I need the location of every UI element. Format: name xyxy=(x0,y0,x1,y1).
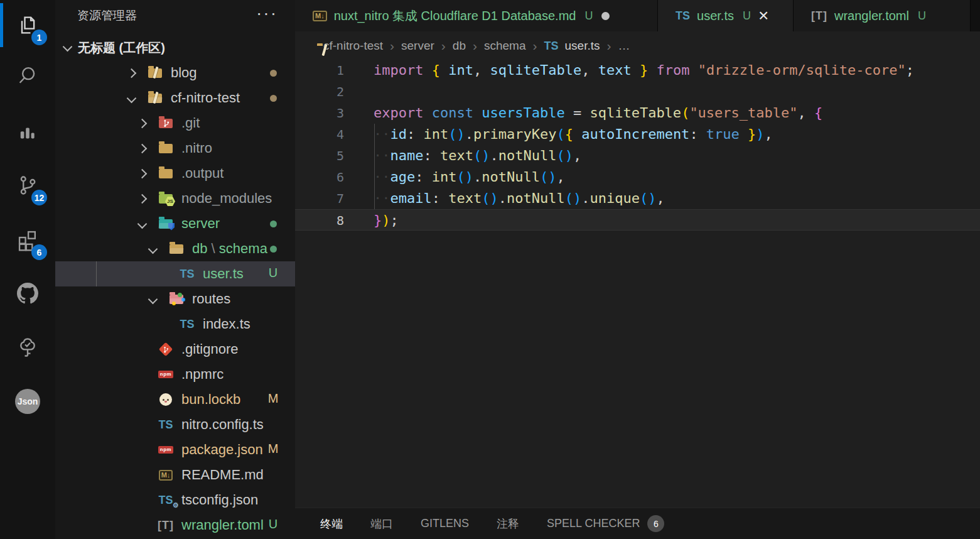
editor-group: M↓nuxt_nitro 集成 Cloudflare D1 Database.m… xyxy=(295,0,980,539)
activity-item-search[interactable] xyxy=(0,50,55,101)
git-folder-icon xyxy=(159,119,173,128)
tree-item-git[interactable]: .git xyxy=(55,111,295,136)
tree-item-label: package.json xyxy=(181,442,263,458)
tree-item-package-json[interactable]: npmpackage.jsonM xyxy=(55,437,295,462)
panel-tab-[interactable]: 注释 xyxy=(497,516,519,531)
tree-item-label: db \ schema xyxy=(192,241,267,257)
breadcrumb-item[interactable]: … xyxy=(618,39,630,53)
tree-item-node-modules[interactable]: JSnode_modules xyxy=(55,186,295,211)
workspace-section-header[interactable]: 无标题 (工作区) xyxy=(55,36,295,59)
tree-item-label: cf-nitro-test xyxy=(171,90,240,106)
tree-item-label: user.ts xyxy=(203,266,244,282)
tree-item-label: README.md xyxy=(181,467,264,483)
tree-item-label: server xyxy=(181,215,220,232)
git-status-letter: M xyxy=(265,442,281,456)
tree-item-cf-nitro-test[interactable]: cf-nitro-test xyxy=(55,85,295,111)
folder-open-icon xyxy=(148,94,162,103)
panel-tab-[interactable]: 终端 xyxy=(320,516,343,531)
tab-user-ts[interactable]: TSuser.tsU× xyxy=(658,0,794,31)
bottom-panel-tabs: 终端端口GITLENS注释SPELL CHECKER6 xyxy=(295,508,980,539)
panel-tab-[interactable]: 端口 xyxy=(370,516,393,531)
line-number: 7 xyxy=(295,188,344,209)
activity-item-chart[interactable] xyxy=(0,106,55,156)
tab-title: wrangler.toml xyxy=(834,9,909,23)
panel-tab-gitlens[interactable]: GITLENS xyxy=(421,517,469,530)
server-folder-icon xyxy=(159,219,173,229)
activity-item-json[interactable]: Json xyxy=(0,376,55,427)
breadcrumb-item[interactable]: cf-nitro-test xyxy=(323,39,383,53)
tree-item-tsconfig-json[interactable]: TS⚙tsconfig.json xyxy=(55,487,295,513)
breadcrumb-item[interactable]: schema xyxy=(484,39,526,53)
activity-item-extensions[interactable]: 6 xyxy=(0,215,55,265)
chevron-right-icon xyxy=(137,194,148,204)
tree-item-gitignore[interactable]: .gitignore xyxy=(55,337,295,362)
activity-badge: 12 xyxy=(31,190,47,205)
explorer-sidebar: 资源管理器 ··· 无标题 (工作区) blogcf-nitro-test.gi… xyxy=(55,0,295,539)
code-line-2: 2 xyxy=(295,81,980,102)
breadcrumb-separator: › xyxy=(441,38,446,53)
tree-item-index-ts[interactable]: TSindex.ts xyxy=(55,312,295,337)
panel-tab-label: 注释 xyxy=(497,516,519,531)
folder-blog-icon xyxy=(148,68,162,78)
code-text: ··id: int().primaryKey({ autoIncrement: … xyxy=(374,124,773,145)
panel-tab-label: 终端 xyxy=(320,516,343,531)
chevron-right-icon xyxy=(137,144,148,154)
tree-item-npmrc[interactable]: npm.npmrc xyxy=(55,362,295,387)
code-editor[interactable]: 1import { int, sqliteTable, text } from … xyxy=(295,60,980,508)
line-number: 2 xyxy=(295,81,344,102)
activity-badge: 1 xyxy=(31,30,47,45)
tree-item-user-ts[interactable]: TSuser.tsU xyxy=(55,261,295,286)
typescript-icon: TS xyxy=(158,419,173,430)
tree-item-db-schema[interactable]: db \ schema xyxy=(55,236,295,261)
tab-nuxt-nitro-cloudflare-d1-database-md[interactable]: M↓nuxt_nitro 集成 Cloudflare D1 Database.m… xyxy=(295,0,658,31)
line-number: 8 xyxy=(295,210,344,231)
code-line-6: 6··age: int().notNull(), xyxy=(295,166,980,188)
tree-item-label: routes xyxy=(192,291,230,307)
tree-item-nitro[interactable]: .nitro xyxy=(55,136,295,161)
tree-item-routes[interactable]: routes xyxy=(55,286,295,312)
tab-wrangler-toml[interactable]: [T]wrangler.tomlU xyxy=(794,0,971,31)
chevron-down-icon xyxy=(148,295,158,305)
git-modified-dot xyxy=(270,70,277,77)
line-number: 1 xyxy=(295,60,344,81)
activity-item-source-control[interactable]: 12 xyxy=(0,160,55,210)
breadcrumb-item[interactable]: server xyxy=(401,39,434,53)
close-icon[interactable]: × xyxy=(758,9,768,23)
indent-guide xyxy=(96,261,97,286)
code-text: }); xyxy=(374,210,399,231)
more-actions-icon[interactable]: ··· xyxy=(256,1,277,25)
sidebar-title: 资源管理器 xyxy=(77,8,137,24)
tree-item-label: .git xyxy=(181,115,200,131)
line-number: 4 xyxy=(295,124,344,145)
breadcrumb-separator: › xyxy=(473,38,477,53)
breadcrumb-item[interactable]: db xyxy=(453,39,466,53)
tree-item-server[interactable]: server xyxy=(55,211,295,236)
npm-icon: npm xyxy=(158,371,173,378)
panel-tab-label: GITLENS xyxy=(421,517,469,530)
tree-item-label: wrangler.toml xyxy=(181,517,264,533)
line-number: 3 xyxy=(295,102,344,124)
tree-item-nitro-config-ts[interactable]: TSnitro.config.ts xyxy=(55,412,295,437)
tree-item-label: blog xyxy=(171,65,197,81)
folder-open-icon xyxy=(170,244,183,254)
tree-item-wrangler-toml[interactable]: [T]wrangler.tomlU xyxy=(55,513,295,538)
breadcrumb-item[interactable]: user.ts xyxy=(565,39,600,53)
typescript-icon: TS xyxy=(180,268,194,280)
git-status-letter: M xyxy=(265,391,281,406)
activity-item-todo-tree[interactable] xyxy=(0,322,55,373)
tree-item-readme-md[interactable]: M↓README.md xyxy=(55,462,295,487)
routes-folder-icon xyxy=(170,295,183,304)
activity-item-explorer[interactable]: 1 xyxy=(0,0,55,50)
toml-icon: [T] xyxy=(158,519,174,532)
breadcrumb: cf-nitro-test›server›db›schema›TSuser.ts… xyxy=(295,31,980,60)
git-status-letter: U xyxy=(265,266,281,280)
folder-icon xyxy=(159,169,173,178)
activity-item-github[interactable] xyxy=(0,268,55,318)
tree-item-bun-lockb[interactable]: bun.lockbM xyxy=(55,387,295,412)
tree-item-output[interactable]: .output xyxy=(55,161,295,186)
todo-tree-icon xyxy=(16,336,39,359)
tree-item-blog[interactable]: blog xyxy=(55,60,295,85)
panel-tab-spell-checker[interactable]: SPELL CHECKER6 xyxy=(547,515,664,532)
bun-icon xyxy=(159,393,172,406)
search-icon xyxy=(16,64,39,87)
